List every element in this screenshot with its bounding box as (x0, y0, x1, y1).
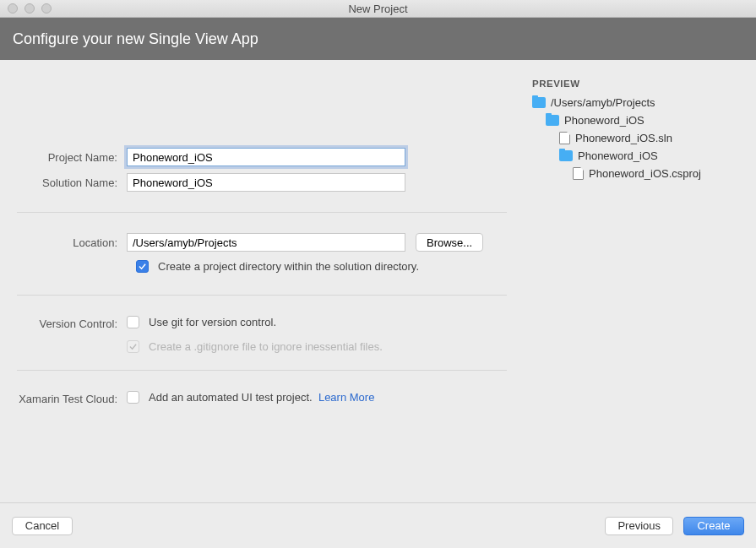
gitignore-label: Create a .gitignore file to ignore iness… (149, 340, 383, 353)
page-title: Configure your new Single View App (13, 30, 258, 48)
learn-more-link[interactable]: Learn More (318, 391, 374, 404)
tree-file: Phoneword_iOS.csproj (532, 165, 748, 182)
tree-folder: Phoneword_iOS (532, 147, 748, 165)
tree-root: /Users/amyb/Projects (532, 94, 748, 111)
minimize-window-button[interactable] (24, 3, 35, 14)
previous-button[interactable]: Previous (605, 517, 673, 535)
folder-icon (532, 97, 546, 108)
gitignore-checkbox (127, 340, 139, 353)
window-title: New Project (348, 3, 407, 15)
folder-icon (559, 150, 573, 161)
add-test-checkbox[interactable] (127, 391, 139, 404)
location-label: Location: (0, 236, 127, 249)
create-button[interactable]: Create (683, 517, 744, 535)
preview-title: PREVIEW (532, 79, 748, 94)
zoom-window-button[interactable] (41, 3, 52, 14)
project-name-label: Project Name: (0, 151, 127, 164)
location-input[interactable] (127, 233, 405, 252)
add-test-label: Add an automated UI test project. Learn … (149, 391, 374, 404)
preview-pane: PREVIEW /Users/amyb/Projects Phoneword_i… (524, 60, 756, 502)
use-git-checkbox[interactable] (127, 316, 139, 328)
close-window-button[interactable] (8, 3, 18, 14)
version-control-label: Version Control: (0, 316, 127, 330)
preview-tree: /Users/amyb/Projects Phoneword_iOS Phone… (532, 94, 748, 182)
browse-button[interactable]: Browse... (416, 233, 483, 252)
form-pane: Project Name: Solution Name: Location: B… (0, 60, 524, 502)
tree-folder: Phoneword_iOS (532, 111, 748, 129)
file-icon (573, 167, 584, 180)
use-git-label: Use git for version control. (149, 316, 276, 328)
tree-file: Phoneword_iOS.sln (532, 129, 748, 147)
test-cloud-label: Xamarin Test Cloud: (0, 391, 127, 405)
solution-name-label: Solution Name: (0, 176, 127, 189)
create-directory-checkbox[interactable] (136, 260, 149, 273)
folder-icon (546, 115, 559, 126)
file-icon (559, 132, 570, 144)
project-name-input[interactable] (127, 148, 405, 166)
create-directory-label: Create a project directory within the so… (158, 260, 419, 273)
cancel-button[interactable]: Cancel (12, 517, 73, 535)
solution-name-input[interactable] (127, 173, 405, 192)
